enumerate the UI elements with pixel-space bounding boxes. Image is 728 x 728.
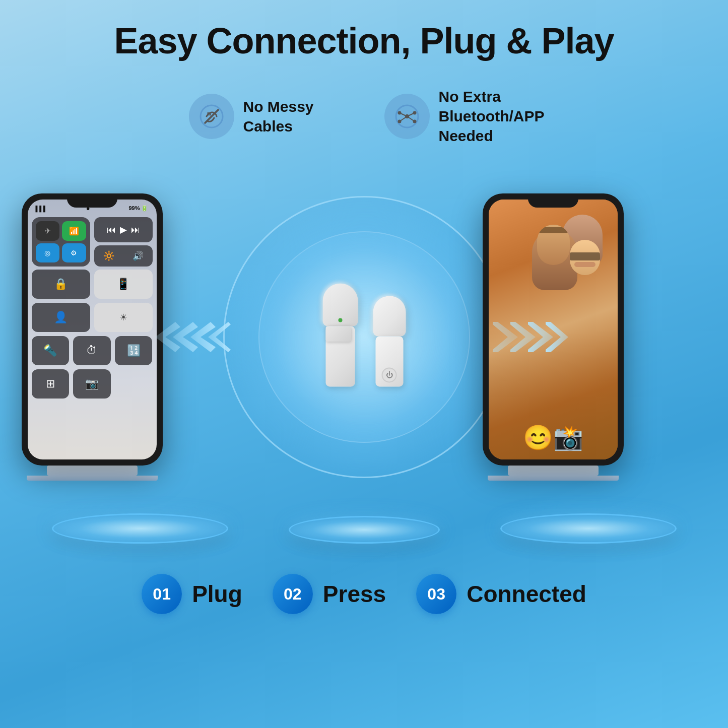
camera-btn: 📷 — [73, 369, 111, 399]
cc-bottom-row: 🔦 ⏱ 🔢 ⊞ 📷 — [28, 332, 157, 402]
svg-line-11 — [407, 116, 415, 121]
svg-line-8 — [400, 113, 407, 116]
signal-icon: ▌▌▌ — [36, 206, 47, 212]
phone-left: ▌▌▌ ● 99% 🔋 ✈ 📶 ◎ ⚙ — [22, 193, 163, 481]
mic-device-right: ⏻ — [373, 296, 406, 386]
qr-scan-btn: ⊞ — [32, 369, 70, 399]
step-01-number: 01 — [153, 585, 171, 604]
platform-center — [289, 516, 440, 544]
person-btn: 👤 — [32, 303, 90, 332]
selfie-emoji: 😊📸 — [523, 424, 583, 452]
sunglasses — [570, 252, 600, 260]
face-1 — [570, 240, 600, 275]
step-01-label: Plug — [192, 580, 242, 608]
media-controls-box: ⏮▶⏭ 🔆🔊 — [94, 217, 153, 267]
beard-hint — [537, 227, 570, 233]
mic-body-left — [325, 326, 355, 386]
step-01-item: 01 Plug — [142, 574, 242, 614]
smile — [574, 262, 595, 267]
network-nodes-icon — [394, 104, 420, 129]
mic-clip-left — [325, 326, 351, 341]
cable-slash-icon — [199, 104, 224, 129]
media-transport: ⏮▶⏭ — [94, 217, 153, 242]
features-row: No Messy Cables No Extra Bluetooth/APP N… — [0, 87, 728, 146]
no-cables-icon-circle — [189, 94, 234, 139]
step-01-circle: 01 — [142, 574, 182, 614]
phone-notch-right — [528, 193, 578, 208]
svg-line-9 — [407, 113, 415, 116]
main-title: Easy Connection, Plug & Play — [0, 0, 728, 61]
mic-device-left — [322, 283, 358, 386]
arrows-left — [153, 319, 233, 355]
platforms-row — [0, 513, 728, 559]
lock-btn: 🔒 — [32, 270, 90, 299]
step-03-item: 03 Connected — [416, 574, 586, 614]
phone-stand-top-left — [47, 466, 138, 476]
timer-btn: ⏱ — [73, 336, 111, 365]
wifi2-btn: ◎ — [36, 243, 60, 263]
wifi-btn: 📶 — [62, 221, 86, 241]
brightness-control: ☀ — [94, 303, 153, 332]
battery-indicator: 99% 🔋 — [128, 205, 148, 212]
face-2 — [537, 225, 570, 265]
step-03-label: Connected — [467, 580, 586, 608]
phone-stand-base-right — [488, 476, 619, 481]
airplane-btn: ✈ — [36, 221, 60, 241]
no-bluetooth-text: No Extra Bluetooth/APP Needed — [439, 87, 540, 146]
phone-stand-top-right — [508, 466, 599, 476]
phone-notch-left — [67, 193, 117, 208]
arrows-right — [490, 319, 571, 355]
cc-icon-grid: 🔒 📱 👤 ☀ — [28, 270, 157, 332]
step-02-label: Press — [323, 580, 386, 608]
step-03-circle: 03 — [416, 574, 456, 614]
network-box: ✈ 📶 ◎ ⚙ — [32, 217, 90, 267]
platform-left — [52, 513, 228, 544]
microphone-center: ⏻ — [322, 283, 406, 386]
step-03-number: 03 — [427, 585, 445, 604]
platform-right — [500, 513, 677, 544]
left-arrows-svg — [153, 319, 233, 355]
step-02-number: 02 — [284, 585, 302, 604]
power-button: ⏻ — [382, 367, 397, 382]
phone-stand-right — [488, 466, 619, 481]
mic-head-left — [322, 283, 358, 326]
phone-frame-left: ▌▌▌ ● 99% 🔋 ✈ 📶 ◎ ⚙ — [22, 193, 163, 466]
phone-stand-left — [27, 466, 158, 481]
step-02-item: 02 Press — [273, 574, 386, 614]
mic-head-right — [373, 296, 406, 336]
volume-controls: 🔆🔊 — [94, 245, 153, 267]
phone-stand-base-left — [27, 476, 158, 481]
phone-screen-left: ▌▌▌ ● 99% 🔋 ✈ 📶 ◎ ⚙ — [28, 200, 157, 459]
flashlight-btn: 🔦 — [32, 336, 70, 365]
bluetooth-btn: ⚙ — [62, 243, 86, 263]
steps-row: 01 Plug 02 Press 03 Connected — [0, 559, 728, 634]
svg-line-10 — [400, 116, 407, 121]
screen-mirror-btn: 📱 — [94, 270, 153, 299]
content-area: ▌▌▌ ● 99% 🔋 ✈ 📶 ◎ ⚙ — [0, 166, 728, 508]
no-cables-text: No Messy Cables — [243, 97, 344, 136]
mic-body-right: ⏻ — [375, 336, 403, 386]
step-02-circle: 02 — [273, 574, 313, 614]
feature-no-bluetooth: No Extra Bluetooth/APP Needed — [384, 87, 540, 146]
control-center-screen: ▌▌▌ ● 99% 🔋 ✈ 📶 ◎ ⚙ — [28, 200, 157, 459]
calculator-btn: 🔢 — [115, 336, 153, 365]
right-arrows-svg — [490, 319, 571, 355]
no-bluetooth-icon-circle — [384, 94, 430, 139]
feature-no-cables: No Messy Cables — [189, 94, 344, 139]
